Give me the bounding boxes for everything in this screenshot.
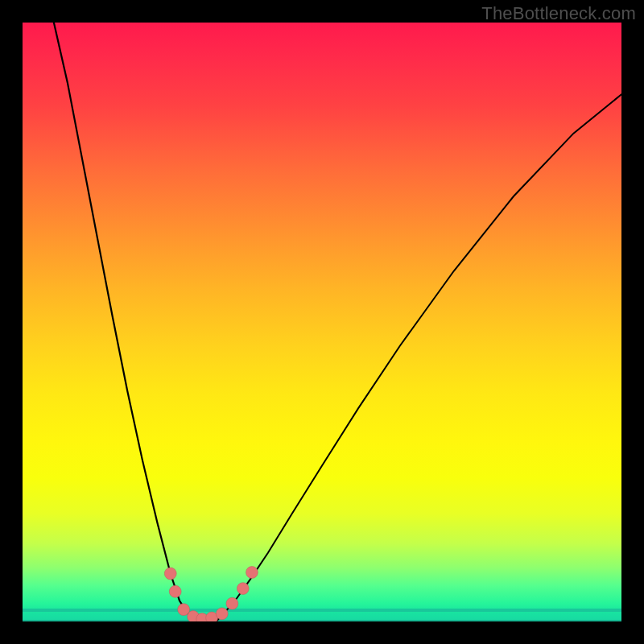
data-marker <box>237 583 249 595</box>
data-marker <box>169 585 181 597</box>
curve-layer <box>52 23 621 621</box>
data-marker <box>216 608 228 620</box>
curve-left <box>52 23 222 621</box>
plot-area <box>23 23 621 621</box>
data-marker <box>164 568 176 580</box>
data-marker <box>226 597 238 609</box>
chart-svg <box>23 23 621 621</box>
data-marker <box>246 567 258 579</box>
curve-right <box>222 94 621 615</box>
marker-layer <box>164 567 258 621</box>
frame: TheBottleneck.com <box>0 0 644 644</box>
watermark-text: TheBottleneck.com <box>481 3 636 24</box>
